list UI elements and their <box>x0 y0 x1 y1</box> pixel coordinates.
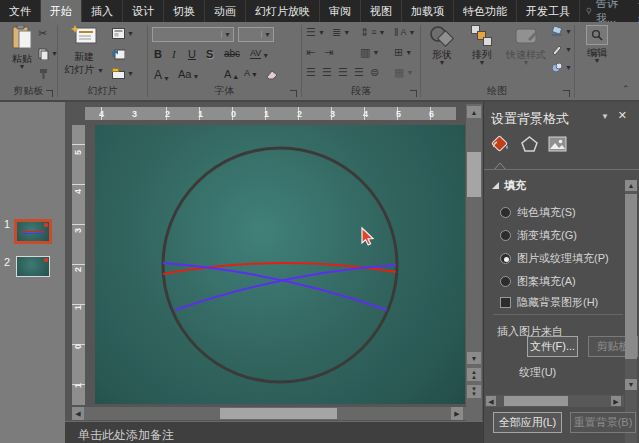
shape-outline-button[interactable]: ▼ <box>551 44 572 55</box>
tab-features[interactable]: 特色功能 <box>454 0 517 22</box>
close-icon[interactable]: ✕ <box>618 109 627 122</box>
next-slide-button[interactable]: ▼▼ <box>467 385 481 398</box>
shape-effects-button[interactable]: ▼ <box>551 62 572 73</box>
pane-title: 设置背景格式 <box>491 110 569 128</box>
shape-fill-button[interactable]: ▼ <box>551 26 572 37</box>
align-text-button[interactable]: ⊞▼ <box>394 47 412 58</box>
text-shadow-button[interactable]: S <box>206 48 213 60</box>
shrink-font-button[interactable]: A▼ <box>244 68 258 78</box>
drawing-dialog-launcher[interactable] <box>563 90 570 97</box>
bullets-button[interactable]: ☰▼ <box>306 27 325 38</box>
character-spacing-button[interactable]: AV▼ <box>250 48 269 59</box>
pane-scroll-right-button[interactable]: ▶ <box>611 396 621 406</box>
slide-layout-button[interactable]: ▼ <box>112 28 134 39</box>
format-painter-button[interactable] <box>38 68 49 80</box>
line-spacing-button[interactable]: ⇕≡▼ <box>360 27 385 38</box>
previous-slide-button[interactable]: ▲▲ <box>467 368 481 381</box>
clipboard-dialog-launcher[interactable] <box>46 90 53 97</box>
quick-styles-icon <box>514 25 538 47</box>
tab-addins[interactable]: 加载项 <box>402 0 454 22</box>
group-paragraph: ☰▼ ≣▼ ⇕≡▼ ‖A▼ ⇤ ⇥ ▥▼ ⊞▼ ☰ ☰ ☰ ☰ ⊜ ▦▼ 段落 <box>302 22 420 100</box>
scroll-up-button[interactable]: ▲ <box>467 106 481 118</box>
font-dialog-launcher[interactable] <box>290 90 297 97</box>
font-name-combo[interactable]: ▼ <box>152 27 234 42</box>
scroll-right-button[interactable]: ▶ <box>451 407 463 420</box>
scroll-left-button[interactable]: ◀ <box>72 407 84 420</box>
pane-vertical-scrollbar-thumb[interactable] <box>625 194 637 359</box>
new-slide-button[interactable]: 新建 幻灯片 ▼ <box>62 25 106 75</box>
clear-formatting-button[interactable] <box>266 68 278 80</box>
arrange-button[interactable]: 排列▼ <box>463 25 501 66</box>
columns-button[interactable]: ▥▼ <box>360 47 379 58</box>
radio-icon <box>500 276 511 287</box>
strikethrough-button[interactable]: abc <box>224 48 240 59</box>
decrease-indent-button[interactable]: ⇤ <box>306 47 315 58</box>
collapse-ribbon-button[interactable]: ⌃ <box>622 84 630 94</box>
pane-options-arrow[interactable]: ▼ <box>601 112 609 121</box>
tab-design[interactable]: 设计 <box>123 0 164 22</box>
tab-home[interactable]: 开始 <box>41 0 82 22</box>
pane-horizontal-scrollbar-thumb[interactable] <box>504 396 568 406</box>
horizontal-scrollbar-thumb[interactable] <box>220 408 337 419</box>
smartart-convert-button[interactable]: ▦▼ <box>394 67 413 78</box>
effects-tab-pentagon-icon[interactable] <box>520 135 539 154</box>
slide-thumbnail-2[interactable] <box>16 256 50 277</box>
paragraph-dialog-launcher[interactable] <box>410 90 417 97</box>
italic-button[interactable]: I <box>172 48 176 60</box>
fill-section-header[interactable]: 填充 <box>492 178 526 193</box>
animation-indicator-icon <box>44 223 48 227</box>
justify-button[interactable]: ☰ <box>354 67 364 78</box>
numbering-button[interactable]: ≣▼ <box>332 27 350 38</box>
cut-button[interactable]: ✂ <box>38 28 47 39</box>
apply-to-all-button[interactable]: 全部应用(L) <box>493 412 562 433</box>
tab-review[interactable]: 审阅 <box>320 0 361 22</box>
fill-tab-bucket-icon[interactable] <box>491 134 511 154</box>
pane-scroll-down-button[interactable]: ▼ <box>625 379 637 390</box>
tab-developer[interactable]: 开发工具 <box>517 0 580 22</box>
quick-styles-button[interactable]: 快速样式▼ <box>503 25 549 66</box>
notes-pane[interactable]: 单击此处添加备注 <box>65 421 483 443</box>
underline-button[interactable]: U <box>188 48 196 60</box>
align-right-button[interactable]: ☰ <box>338 67 348 78</box>
pane-scroll-left-button[interactable]: ◀ <box>486 396 496 406</box>
font-color-button[interactable]: A▼ <box>154 68 170 82</box>
hide-background-checkbox[interactable]: 隐藏背景图形(H) <box>500 295 598 310</box>
tab-transitions[interactable]: 切换 <box>164 0 205 22</box>
chevron-down-icon: ▼ <box>221 31 233 38</box>
picture-tab-icon[interactable] <box>548 135 567 153</box>
tab-insert[interactable]: 插入 <box>82 0 123 22</box>
shapes-button[interactable]: 形状▼ <box>423 25 461 66</box>
reset-slide-button[interactable] <box>112 48 125 60</box>
option-gradient-fill[interactable]: 渐变填充(G) <box>500 228 577 243</box>
insert-from-file-button[interactable]: 文件(F)... <box>527 336 578 357</box>
editing-button[interactable]: 编辑▼ <box>577 25 617 64</box>
scroll-down-button[interactable]: ▼ <box>467 352 481 364</box>
section-button[interactable]: ▼ <box>112 68 134 79</box>
slide-canvas[interactable] <box>95 125 465 404</box>
copy-button[interactable]: ▼ <box>38 48 58 60</box>
tab-slideshow[interactable]: 幻灯片放映 <box>246 0 320 22</box>
radio-icon <box>500 230 511 241</box>
copy-icon <box>38 48 49 60</box>
align-center-button[interactable]: ☰ <box>322 67 332 78</box>
tab-animations[interactable]: 动画 <box>205 0 246 22</box>
tab-view[interactable]: 视图 <box>361 0 402 22</box>
sign-in-button[interactable]: 登录 <box>630 0 639 22</box>
pane-scroll-up-button[interactable]: ▲ <box>625 180 637 191</box>
distribute-button[interactable]: ⊜ <box>370 67 379 78</box>
grow-font-button[interactable]: A▲ <box>224 68 239 80</box>
paste-dropdown-arrow[interactable]: ▼ <box>19 64 26 70</box>
option-pattern-fill[interactable]: 图案填充(A) <box>500 274 576 289</box>
font-size-combo[interactable]: ▼ <box>238 27 274 42</box>
slide-thumbnail-1[interactable] <box>14 219 52 244</box>
vertical-scrollbar-thumb[interactable] <box>467 152 481 197</box>
change-case-button[interactable]: Aa▼ <box>178 68 199 80</box>
tab-file[interactable]: 文件 <box>0 0 41 22</box>
reset-background-button[interactable]: 重置背景(B) <box>570 412 636 433</box>
option-picture-texture-fill[interactable]: 图片或纹理填充(P) <box>500 251 609 266</box>
increase-indent-button[interactable]: ⇥ <box>324 47 333 58</box>
option-solid-fill[interactable]: 纯色填充(S) <box>500 205 576 220</box>
align-left-button[interactable]: ☰ <box>306 67 316 78</box>
bold-button[interactable]: B <box>154 48 162 60</box>
text-direction-button[interactable]: ‖A▼ <box>394 27 416 38</box>
